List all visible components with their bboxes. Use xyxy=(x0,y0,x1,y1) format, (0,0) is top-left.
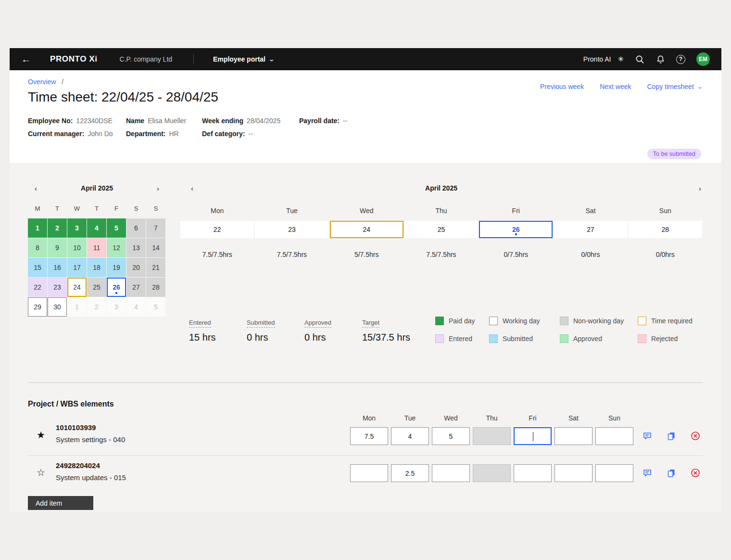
top-bar: ← PRONTO Xi C.P. company Ltd Employee po… xyxy=(10,48,721,70)
calendar-day[interactable]: 25 xyxy=(87,278,106,297)
duplicate-icon[interactable] xyxy=(667,431,676,441)
hours-cell-disabled xyxy=(473,464,511,482)
calendar-day[interactable]: 1 xyxy=(67,297,87,317)
calendar-day[interactable]: 7 xyxy=(146,218,165,238)
calendar-day[interactable]: 11 xyxy=(87,238,106,257)
project-row: ☆24928204024System updates - 015 xyxy=(10,455,721,496)
legend-label: Non-working day xyxy=(573,317,624,325)
hours-input[interactable] xyxy=(432,465,469,482)
favorite-star-icon[interactable]: ☆ xyxy=(37,467,45,478)
employee-field: NameElisa Mueller xyxy=(126,117,202,125)
text-caret xyxy=(533,432,534,441)
employee-info-row-2: Current manager:John DoDepartment:HRDef … xyxy=(28,130,347,138)
calendar-day[interactable]: 2 xyxy=(48,218,67,238)
calendar-day[interactable]: 20 xyxy=(126,258,146,277)
week-day-cell[interactable]: 26 xyxy=(479,221,553,238)
week-next-icon[interactable]: › xyxy=(699,184,701,192)
calendar-day[interactable]: 17 xyxy=(67,258,87,277)
calendar-day[interactable]: 9 xyxy=(48,238,67,257)
calendar-day[interactable]: 16 xyxy=(48,258,67,277)
calendar-day[interactable]: 28 xyxy=(146,278,165,297)
week-day-cell[interactable]: 24 xyxy=(330,221,403,238)
calendar-day[interactable]: 5 xyxy=(107,218,126,238)
week-day-cell[interactable]: 25 xyxy=(404,221,478,238)
legend-grid: Paid dayWorking dayNon-working dayTime r… xyxy=(435,316,693,344)
header-actions: Previous week Next week Copy timesheet ⌄ xyxy=(540,83,702,90)
hours-input[interactable] xyxy=(555,428,592,445)
week-day-hours: 7.5/7.5hrs xyxy=(180,251,254,258)
calendar-day[interactable]: 23 xyxy=(48,278,67,297)
employee-field: Current manager:John Do xyxy=(28,130,126,138)
project-day-header: Sun xyxy=(595,414,633,422)
week-day-cell[interactable]: 27 xyxy=(554,221,627,238)
calendar-prev-icon[interactable]: ‹ xyxy=(35,184,37,192)
calendar-day[interactable]: 3 xyxy=(107,297,126,317)
calendar-day[interactable]: 2 xyxy=(87,297,106,317)
hours-input[interactable] xyxy=(351,465,388,482)
legend-swatch xyxy=(489,334,498,343)
calendar-day[interactable]: 27 xyxy=(126,278,146,297)
avatar[interactable]: EM xyxy=(696,52,710,66)
add-item-button[interactable]: Add item xyxy=(28,496,93,510)
week-day-hours: 0/0hrs xyxy=(629,251,702,258)
favorite-star-icon[interactable]: ★ xyxy=(37,429,45,441)
calendar-day[interactable]: 10 xyxy=(67,238,87,257)
calendar-day[interactable]: 30 xyxy=(48,297,67,317)
calendar-day[interactable]: 8 xyxy=(28,238,47,257)
portal-selector[interactable]: Employee portal ⌄ xyxy=(213,55,274,63)
search-icon[interactable] xyxy=(635,54,644,64)
calendar-day[interactable]: 13 xyxy=(126,238,146,257)
week-view: ‹ April 2025 › Mon227.5/7.5hrsTue237.5/7… xyxy=(180,184,702,258)
hours-input[interactable] xyxy=(555,465,592,482)
pronto-ai-label[interactable]: Pronto AI xyxy=(583,55,611,63)
hours-input[interactable] xyxy=(391,465,429,482)
next-week-link[interactable]: Next week xyxy=(600,83,631,90)
calendar-day[interactable]: 14 xyxy=(146,238,165,257)
legend-swatch xyxy=(560,334,568,343)
legend-item: Paid day xyxy=(435,316,489,326)
breadcrumb-overview-link[interactable]: Overview xyxy=(28,78,56,86)
calendar-day[interactable]: 4 xyxy=(126,297,146,317)
calendar-day[interactable]: 1 xyxy=(28,218,47,238)
field-label: Def category: xyxy=(202,130,245,138)
delete-icon[interactable] xyxy=(691,431,700,441)
calendar-day[interactable]: 19 xyxy=(107,258,126,277)
chevron-down-icon: ⌄ xyxy=(697,84,703,90)
copy-timesheet-dropdown[interactable]: Copy timesheet ⌄ xyxy=(647,83,703,90)
hours-input[interactable] xyxy=(391,428,429,445)
back-arrow-icon[interactable]: ← xyxy=(21,54,31,65)
hours-input[interactable] xyxy=(596,465,633,482)
previous-week-link[interactable]: Previous week xyxy=(540,83,584,90)
help-icon[interactable]: ? xyxy=(676,55,685,64)
hours-input[interactable] xyxy=(514,465,551,482)
hours-input[interactable] xyxy=(351,428,388,445)
week-prev-icon[interactable]: ‹ xyxy=(191,184,193,192)
week-day-cell[interactable]: 28 xyxy=(629,221,702,238)
calendar-day[interactable]: 3 xyxy=(67,218,87,238)
calendar-day[interactable]: 22 xyxy=(28,278,47,297)
calendar-day[interactable]: 4 xyxy=(87,218,106,238)
calendar-day[interactable]: 6 xyxy=(126,218,146,238)
calendar-next-icon[interactable]: › xyxy=(157,184,159,192)
comment-icon[interactable] xyxy=(643,431,652,441)
calendar-day[interactable]: 26 xyxy=(107,278,126,297)
calendar-day[interactable]: 18 xyxy=(87,258,106,277)
calendar-day[interactable]: 15 xyxy=(28,258,47,277)
duplicate-icon[interactable] xyxy=(667,468,676,478)
calendar-day[interactable]: 24 xyxy=(67,278,87,297)
calendar-day[interactable]: 29 xyxy=(28,297,47,317)
field-value: -- xyxy=(343,117,347,125)
calendar-day[interactable]: 5 xyxy=(146,297,165,317)
notifications-bell-icon[interactable] xyxy=(655,54,665,64)
delete-icon[interactable] xyxy=(691,468,700,478)
calendar-day[interactable]: 12 xyxy=(107,238,126,257)
hours-input[interactable] xyxy=(432,428,469,445)
portal-label: Employee portal xyxy=(213,55,265,63)
hours-input[interactable] xyxy=(596,428,633,445)
week-day-cell[interactable]: 23 xyxy=(255,221,328,238)
legend-item: Entered xyxy=(435,334,489,344)
comment-icon[interactable] xyxy=(643,468,652,478)
week-view-month: April 2025 xyxy=(180,184,702,192)
calendar-day[interactable]: 21 xyxy=(146,258,165,277)
week-day-cell[interactable]: 22 xyxy=(180,221,254,238)
